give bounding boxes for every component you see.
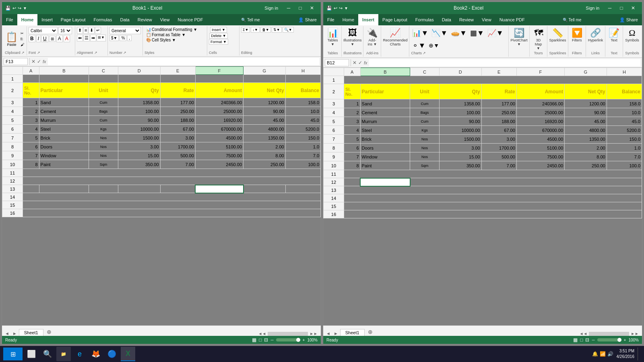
cell-e2-left[interactable]: Rate [160,83,195,98]
more-charts-btn[interactable]: ⊕▼ [427,42,440,49]
recommended-charts-btn[interactable]: 📈 RecommendedCharts [381,27,409,47]
share-right[interactable]: 👤 Share [615,14,642,25]
col-header-d-left[interactable]: D [118,67,160,75]
restore-btn-right[interactable]: □ [616,4,627,12]
pie-chart-btn[interactable]: 🥧▼ [450,28,468,38]
save-icon[interactable]: 💾 [5,6,11,11]
save-icon-right[interactable]: 💾 [326,6,332,11]
confirm-formula-icon[interactable]: ✓ [37,59,41,64]
line-chart-btn[interactable]: 📉▼ [430,28,449,38]
font-selector[interactable]: Calibri [29,27,58,34]
start-button[interactable]: ⊞ [3,348,23,360]
formula-input-right[interactable] [369,59,640,66]
col-header-f-right[interactable]: F [516,68,564,76]
selected-cell-b12[interactable] [360,178,410,186]
rh-10-l[interactable]: 10 [2,160,23,169]
delete-cell-btn[interactable]: Delete ▼ [209,33,227,39]
insert-cell-btn[interactable]: Insert ▼ [210,27,227,33]
align-top-btn[interactable]: ⬆ [77,27,83,34]
hyperlink-btn[interactable]: 🔗 Hyperlink [586,27,605,43]
chrome-icon[interactable]: 🔵 [105,347,119,361]
nav-right-btn[interactable]: ► [11,331,18,336]
font-color-btn[interactable]: A [64,35,70,42]
tab-pagelayout-left[interactable]: Page Layout [57,14,90,25]
rh-6-r[interactable]: 6 [324,126,344,135]
comma-btn[interactable]: , [127,35,132,41]
rh-7-r[interactable]: 7 [324,135,344,144]
cell-a2-left[interactable]: Sl.No. [23,83,39,98]
rh-4-l[interactable]: 4 [2,107,23,116]
redo-icon[interactable]: ↪ [18,6,21,11]
redo-icon-right[interactable]: ↪ [339,6,343,11]
add-sheet-right[interactable]: ⊕ [365,328,375,336]
tab-review-right[interactable]: Review [455,14,478,25]
cancel-formula-icon[interactable]: ✕ [31,59,35,64]
normal-view-btn-left[interactable]: ▦ [252,337,256,343]
tab-home-right[interactable]: Home [339,14,358,25]
sum-btn[interactable]: Σ▼ [241,27,250,33]
tab-nuance-left[interactable]: Nuance PDF [173,14,207,25]
scroll-h-right[interactable] [589,332,629,336]
cell-d2-left[interactable]: Qty [118,83,160,98]
tab-nuance-right[interactable]: Nuance PDF [495,14,529,25]
fill-color-btn[interactable]: A [56,35,63,42]
sort-btn[interactable]: ⇅▼ [272,27,282,33]
format-cell-btn[interactable]: Format ▼ [209,39,228,45]
tab-formulas-right[interactable]: Formulas [411,14,438,25]
bold-btn[interactable]: B [29,35,35,42]
close-btn-left[interactable]: ✕ [306,4,318,12]
addins-btn[interactable]: 🔌 Add-ins ▼ [365,27,379,47]
firefox-icon[interactable]: 🦊 [89,347,103,361]
row-header-2-left[interactable]: 2 [2,83,23,98]
tables-btn[interactable]: 📊 Tables▼ [326,27,340,47]
symbols-btn[interactable]: Ω Symbols [623,27,641,43]
filters-btn[interactable]: 🔽 Filters [570,27,584,43]
cell-g2-left[interactable]: Net Qty [244,83,286,98]
cell-f1-left[interactable] [195,75,243,83]
rh-6-l[interactable]: 6 [2,125,23,134]
bar-chart-btn[interactable]: ▦▼ [469,28,485,38]
illustrations-btn[interactable]: 🖼 Illustrations▼ [342,27,363,47]
format-as-table-btn[interactable]: 📋Format as Table ▼ [144,32,205,37]
rh-9-l[interactable]: 9 [2,151,23,160]
signin-right[interactable]: Sign in [586,6,599,10]
formula-input-left[interactable] [48,58,319,65]
find-btn[interactable]: 🔍▼ [283,27,294,33]
merge-btn[interactable]: ⊞▼ [97,35,106,41]
percent-btn[interactable]: % [120,35,126,41]
tab-pagelayout-right[interactable]: Page Layout [378,14,411,25]
undo-icon[interactable]: ↩ [12,6,16,11]
nav-right-btn-right[interactable]: ► [332,331,339,336]
col-header-c-left[interactable]: C [89,67,118,75]
rh-2-r[interactable]: 2 [324,84,344,99]
scroll-h-left[interactable] [268,332,308,336]
cell-ref-right[interactable] [325,59,349,66]
nav-left-btn[interactable]: ◄ [4,331,10,336]
cancel-formula-icon-right[interactable]: ✕ [353,60,357,66]
copy-btn[interactable]: ⎘ [20,37,25,41]
system-tray[interactable]: 🔔📶🔊 [592,351,613,357]
tab-insert-right[interactable]: Insert [358,14,378,25]
tell-me-left[interactable]: 🔍 Tell me [241,18,260,22]
sheet-tab-sheet1-right[interactable]: Sheet1 [340,329,365,336]
page-layout-view-btn-right[interactable]: □ [580,337,583,343]
cell-h2-left[interactable]: Balance [285,83,320,98]
cell-g1-left[interactable] [244,75,286,83]
rh-8-l[interactable]: 8 [2,142,23,151]
cell-d1-left[interactable] [118,75,160,83]
tab-data-right[interactable]: Data [438,14,455,25]
align-right-btn[interactable]: ➡ [90,35,96,41]
area-chart-btn[interactable]: 📈▼ [486,28,505,38]
align-bot-btn[interactable]: ⬇ [89,27,95,34]
row-header-1-left[interactable]: 1 [2,75,23,83]
number-format-selector[interactable]: General [109,27,141,34]
tab-file-right[interactable]: File [323,14,339,25]
rh-3-l[interactable]: 3 [2,98,23,107]
wrap-btn[interactable]: ↵ [95,27,101,34]
align-mid-btn[interactable]: ≡ [83,27,88,34]
show-desktop-btn[interactable] [638,348,641,360]
tab-data-left[interactable]: Data [116,14,133,25]
rh-4-r[interactable]: 4 [324,108,344,117]
font-size-selector[interactable]: 16 [58,27,72,34]
tab-review-left[interactable]: Review [134,14,156,25]
